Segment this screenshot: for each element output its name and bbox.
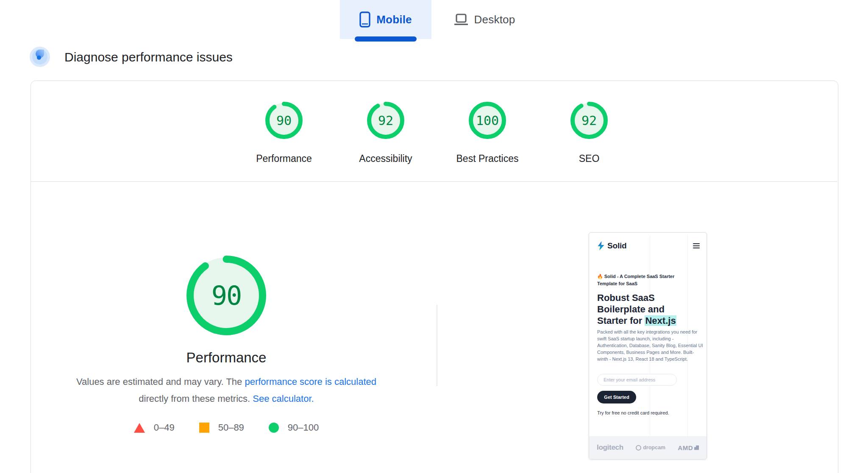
tab-desktop[interactable]: Desktop [441, 0, 528, 39]
tab-mobile-label: Mobile [376, 13, 412, 26]
heading-prefix: Starter for [597, 315, 645, 326]
screenshot-heading-line3: Starter for Next.js [597, 315, 676, 326]
screenshot-eyebrow-line2: Template for SaaS [597, 280, 637, 287]
screenshot-heading-line1: Robust SaaS [597, 292, 655, 303]
note-text: directly from these metrics. [139, 393, 253, 404]
screenshot-site-name: Solid [607, 241, 626, 250]
screenshot-paragraph-line: Components, Business Pages and More. Bui… [597, 349, 694, 356]
see-calculator-link[interactable]: See calculator. [253, 393, 314, 404]
hamburger-menu-icon [693, 243, 700, 248]
score-seo[interactable]: 92 SEO [542, 101, 636, 164]
score-performance[interactable]: 90 Performance [237, 101, 331, 164]
laptop-icon [454, 14, 468, 25]
performance-gauge: 90 [186, 255, 267, 336]
score-accessibility-label: Accessibility [359, 153, 412, 164]
screenshot-paragraph-line: swift SaaS startup launch, including - [597, 335, 673, 342]
amd-arrow-icon [694, 445, 699, 450]
final-screenshot-preview[interactable]: Solid 🔥 Solid - A Complete SaaS Starter … [589, 232, 707, 459]
legend-pass-range: 90–100 [288, 422, 319, 433]
score-performance-value: 90 [265, 101, 303, 139]
score-legend: 0–49 50–89 90–100 [48, 422, 404, 433]
legend-average-range: 50–89 [218, 422, 244, 433]
heading-highlight: Next.js [645, 315, 676, 326]
score-calculated-link[interactable]: performance score is calculated [245, 376, 376, 387]
logitech-logo: logitech [597, 443, 623, 452]
legend-fail: 0–49 [134, 422, 175, 433]
screenshot-email-input [597, 374, 677, 386]
preview-grid-line [687, 235, 688, 436]
score-seo-label: SEO [579, 153, 600, 164]
diagnose-gauge-icon [30, 47, 50, 67]
score-accessibility[interactable]: 92 Accessibility [339, 101, 432, 164]
tab-mobile[interactable]: Mobile [340, 0, 431, 39]
screenshot-brand-strip: logitech dropcam AMD [589, 436, 707, 459]
legend-pass: 90–100 [269, 422, 319, 433]
score-best-practices-value: 100 [468, 101, 506, 139]
score-performance-label: Performance [256, 153, 312, 164]
screenshot-get-started-button: Get Started [597, 391, 636, 403]
dropcam-ring-icon [636, 445, 641, 451]
estimate-note-line2: directly from these metrics. See calcula… [48, 393, 404, 404]
score-best-practices[interactable]: 100 Best Practices [441, 101, 534, 164]
screenshot-paragraph-line: Packed with all the key integrations you… [597, 328, 697, 335]
solid-bolt-icon [597, 241, 605, 250]
horizontal-divider [31, 181, 837, 182]
report-card: 90 Performance 92 Accessibility 100 Best… [31, 81, 838, 473]
screenshot-free-trial-note: Try for free no credit card required. [597, 410, 669, 415]
pagespeed-report: Mobile Desktop Diagnose performance issu… [0, 0, 868, 473]
legend-fail-range: 0–49 [154, 422, 175, 433]
score-accessibility-value: 92 [367, 101, 405, 139]
performance-section-title: Performance [120, 350, 332, 366]
vertical-divider [437, 305, 437, 386]
screenshot-paragraph-line: Authentication, Database, Sanity Blog, E… [597, 342, 703, 349]
amd-logo: AMD [678, 444, 699, 451]
dropcam-logo: dropcam [636, 445, 665, 451]
active-tab-indicator [355, 36, 417, 42]
note-text: Values are estimated and may vary. The [76, 376, 245, 387]
estimate-note-line1: Values are estimated and may vary. The p… [48, 376, 404, 387]
screenshot-eyebrow-line1: 🔥 Solid - A Complete SaaS Starter [597, 273, 674, 280]
legend-average: 50–89 [199, 422, 244, 433]
section-title: Diagnose performance issues [64, 50, 233, 64]
fail-triangle-icon [134, 423, 145, 433]
tab-desktop-label: Desktop [474, 13, 515, 26]
performance-gauge-value: 90 [186, 255, 267, 336]
score-seo-value: 92 [570, 101, 608, 139]
screenshot-paragraph-line: winth - Next.js 13, React 18 and TypeScr… [597, 356, 688, 362]
pass-circle-icon [269, 423, 279, 433]
screenshot-heading-line2: Boilerplate and [597, 303, 665, 315]
average-square-icon [199, 423, 209, 433]
screenshot-site-logo: Solid [597, 241, 626, 250]
score-best-practices-label: Best Practices [456, 153, 519, 164]
phone-icon [359, 11, 370, 28]
